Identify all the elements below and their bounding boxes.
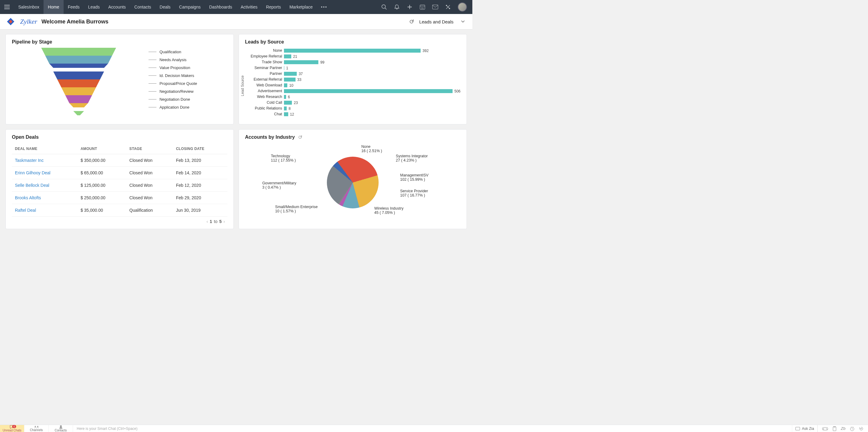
nav-item-home[interactable]: Home <box>43 0 63 14</box>
add-icon[interactable] <box>407 4 413 10</box>
nav-item-marketplace[interactable]: Marketplace <box>285 0 317 14</box>
bar-value: 392 <box>423 49 429 53</box>
leads-bar-row[interactable]: 23 <box>284 100 461 106</box>
nav-item-contacts[interactable]: Contacts <box>130 0 155 14</box>
svg-text:31: 31 <box>421 7 424 9</box>
deal-link[interactable]: Raftel Deal <box>15 208 36 213</box>
deal-link[interactable]: Brooks Altofts <box>15 195 41 200</box>
table-row[interactable]: Taskmaster Inc $ 350,000.00 Closed Won F… <box>12 154 227 167</box>
nav-more-icon[interactable] <box>317 0 331 14</box>
table-header[interactable]: CLOSING DATE <box>173 143 227 154</box>
chevron-down-icon[interactable] <box>460 19 466 24</box>
calendar-icon[interactable]: 31 <box>420 4 426 10</box>
bar <box>284 66 284 70</box>
refresh-icon[interactable] <box>298 135 302 139</box>
deal-link[interactable]: Selle Bellock Deal <box>15 183 49 188</box>
card-title-text: Accounts by Industry <box>245 134 295 140</box>
table-row[interactable]: Brooks Altofts $ 250,000.00 Closed Won F… <box>12 192 227 204</box>
funnel-segment[interactable] <box>12 56 146 64</box>
table-row[interactable]: Erinn Gilhooy Deal $ 65,000.00 Closed Wo… <box>12 167 227 179</box>
bell-icon[interactable] <box>394 4 400 10</box>
funnel-segment[interactable] <box>12 95 146 103</box>
hamburger-menu-icon[interactable] <box>0 5 14 9</box>
deal-closing: Feb 29, 2020 <box>173 192 227 204</box>
leads-bar-row[interactable]: 506 <box>284 88 461 94</box>
nav-item-dashboards[interactable]: Dashboards <box>205 0 237 14</box>
bar <box>284 112 288 116</box>
funnel-stage-label: Value Proposition <box>149 64 227 71</box>
funnel-segment[interactable] <box>12 71 146 79</box>
table-row[interactable]: Raftel Deal $ 35,000.00 Qualification Ju… <box>12 204 227 217</box>
funnel-segment[interactable] <box>12 103 146 107</box>
leads-bar-row[interactable]: 99 <box>284 59 461 65</box>
leads-row-label: Seminar Partner <box>245 65 284 71</box>
funnel-stage-label: Negotiation/Review <box>149 87 227 95</box>
table-header[interactable]: DEAL NAME <box>12 143 78 154</box>
nav-item-accounts[interactable]: Accounts <box>104 0 130 14</box>
card-title: Open Deals <box>12 134 227 140</box>
leads-bar-row[interactable]: 12 <box>284 111 461 117</box>
view-dropdown[interactable]: Leads and Deals <box>419 19 455 24</box>
profile-avatar[interactable] <box>458 2 467 11</box>
funnel-chart <box>12 48 146 119</box>
deal-amount: $ 125,000.00 <box>78 179 126 192</box>
open-deals-table: DEAL NAMEAMOUNTSTAGECLOSING DATE Taskmas… <box>12 143 227 217</box>
table-header[interactable]: AMOUNT <box>78 143 126 154</box>
funnel-stage-label: Negotiation Done <box>149 95 227 103</box>
nav-item-deals[interactable]: Deals <box>156 0 175 14</box>
svg-point-2 <box>326 6 327 8</box>
bar-value: 10 <box>289 84 293 88</box>
page-title: Welcome Amelia Burrows <box>41 19 108 25</box>
leads-bar-row[interactable]: 1 <box>284 65 461 71</box>
nav-item-feeds[interactable]: Feeds <box>64 0 84 14</box>
pager-sep: to <box>214 219 218 224</box>
pager-next-icon[interactable]: › <box>223 219 225 224</box>
deal-stage: Closed Won <box>126 192 173 204</box>
leads-bar-row[interactable]: 6 <box>284 94 461 100</box>
nav-item-activities[interactable]: Activities <box>237 0 262 14</box>
funnel-segment[interactable] <box>12 79 146 87</box>
svg-point-3 <box>382 5 385 8</box>
nav-item-leads[interactable]: Leads <box>84 0 104 14</box>
refresh-icon[interactable] <box>409 19 414 24</box>
leads-bar-row[interactable]: 392 <box>284 48 461 54</box>
funnel-segment[interactable] <box>12 48 146 56</box>
funnel-segment[interactable] <box>12 111 146 115</box>
search-icon[interactable] <box>381 4 387 10</box>
deal-closing: Feb 13, 2020 <box>173 154 227 167</box>
card-title: Leads by Source <box>245 39 461 45</box>
leads-bar-row[interactable]: 33 <box>284 77 461 82</box>
nav-item-reports[interactable]: Reports <box>262 0 285 14</box>
pie-slice-label: Service Provider107 ( 16.77% ) <box>400 189 428 197</box>
nav-item-campaigns[interactable]: Campaigns <box>175 0 205 14</box>
bar <box>284 77 296 81</box>
svg-point-0 <box>321 6 322 8</box>
nav-tabs: SalesInboxHomeFeedsLeadsAccountsContacts… <box>14 0 317 14</box>
leads-bar-row[interactable]: 21 <box>284 54 461 59</box>
table-row[interactable]: Selle Bellock Deal $ 125,000.00 Closed W… <box>12 179 227 192</box>
mail-icon[interactable] <box>432 4 438 10</box>
nav-item-salesinbox[interactable]: SalesInbox <box>14 0 43 14</box>
leads-bar-chart: Lead Source NoneEmployee ReferralTrade S… <box>245 48 461 119</box>
brand-name: Zylker <box>20 18 37 26</box>
deal-link[interactable]: Erinn Gilhooy Deal <box>15 170 51 175</box>
bar <box>284 95 286 99</box>
leads-bar-row[interactable]: 37 <box>284 71 461 77</box>
bar <box>284 55 291 58</box>
funnel-segment[interactable] <box>12 87 146 95</box>
bar <box>284 49 421 53</box>
bar-value: 37 <box>299 72 303 76</box>
funnel-segment[interactable] <box>12 64 146 68</box>
leads-bar-row[interactable]: 8 <box>284 106 461 111</box>
svg-point-7 <box>446 5 447 6</box>
deal-link[interactable]: Taskmaster Inc <box>15 158 43 163</box>
funnel-stage-label: Application Done <box>149 103 227 111</box>
leads-bar-row[interactable]: 10 <box>284 82 461 88</box>
table-header[interactable]: STAGE <box>126 143 173 154</box>
deal-amount: $ 35,000.00 <box>78 204 126 217</box>
pager-prev-icon[interactable]: ‹ <box>206 219 208 224</box>
deal-stage: Qualification <box>126 204 173 217</box>
bar-value: 1 <box>286 66 288 70</box>
pie-slice-label: None16 ( 2.51% ) <box>361 144 382 153</box>
tools-icon[interactable] <box>445 4 451 10</box>
